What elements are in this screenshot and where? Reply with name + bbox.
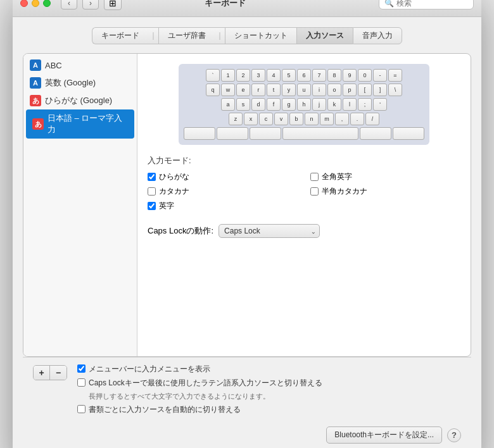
tab-sep1: ｜ [148,27,158,44]
key-backtick: ` [206,69,220,82]
checkbox-hankaku: 半角カタカナ [310,186,460,197]
key-rbracket: ] [373,84,387,96]
tab-voice-input[interactable]: 音声入力 [353,27,402,44]
caps-lock-row: Caps Lockの動作: Caps Lock 英字入力に切り替える [148,224,460,238]
source-item-nihongo[interactable]: あ 日本語 – ローマ字入力 [26,109,134,139]
key-period: . [350,113,364,125]
key-space [282,127,358,140]
checkbox-eiji-input[interactable] [148,202,156,210]
key-comma: , [335,113,349,125]
checkbox-katakana-input[interactable] [148,187,156,196]
bottom-options: メニューバーに入力メニューを表示 Caps Lockキーで最後に使用したラテン語… [77,364,461,415]
checkbox-zenkaku-input[interactable] [310,173,319,181]
source-item-hiragana[interactable]: あ ひらがな (Google) [23,92,137,109]
back-button[interactable]: ‹ [61,0,77,9]
close-button[interactable] [20,0,28,7]
key-k: k [327,98,341,111]
key-row-4 [184,127,424,140]
bluetooth-button[interactable]: Bluetoothキーボードを設定... [326,426,442,444]
source-item-eisuu[interactable]: A 英数 (Google) [23,74,137,92]
key-q: q [206,84,220,96]
source-icon-eisuu: A [30,77,41,89]
main-window: ‹ › ⊞ キーボード 🔍 キーボード ｜ ユーザ辞書 ｜ ショートカット 入力… [13,0,481,448]
key-v: v [274,113,288,125]
key-7: 7 [312,69,326,82]
window-title: キーボード [76,0,374,9]
tab-input-source[interactable]: 入力ソース [296,27,353,44]
source-icon-hira: あ [30,95,41,106]
key-8: 8 [327,69,341,82]
option-auto-switch-checkbox[interactable] [77,405,86,413]
checkbox-eiji: 英字 [148,201,298,211]
source-icon-nihon: あ [32,118,44,130]
source-icon-abc: A [30,59,41,71]
key-n: n [305,113,319,125]
checkbox-hankaku-label: 半角カタカナ [322,186,367,197]
key-minus: - [373,69,387,82]
source-item-abc[interactable]: A ABC [23,56,137,74]
key-z: z [229,113,243,125]
key-w: w [221,84,235,96]
option-menu-input-checkbox[interactable] [77,364,86,373]
checkbox-hankaku-input[interactable] [310,187,319,196]
key-u: u [297,84,311,96]
detail-panel: ` 1 2 3 4 5 6 7 8 9 0 - = [137,54,471,356]
key-1: 1 [221,69,235,82]
search-input[interactable] [396,0,468,8]
source-label-hira: ひらがな (Google) [45,95,112,106]
checkbox-grid: ひらがな 全角英字 カタカナ 半角カタカナ [148,171,460,211]
tab-keyboard[interactable]: キーボード [92,27,148,44]
tab-user-dict[interactable]: ユーザ辞書 [158,27,215,44]
key-cmd [360,127,391,140]
option-auto-switch: 書類ごとに入力ソースを自動的に切り替える [77,404,461,415]
checkbox-hiragana-input[interactable] [148,173,156,181]
key-c: c [259,113,273,125]
option-caps-lock-description: 長押しするとすべて大文字で入力できるようになります。 [89,392,461,401]
checkbox-zenkaku-label: 全角英字 [322,171,352,182]
key-6: 6 [297,69,311,82]
option-menu-input: メニューバーに入力メニューを表示 [77,364,461,375]
checkbox-eiji-label: 英字 [159,201,174,211]
minimize-button[interactable] [32,0,39,7]
key-5: 5 [282,69,296,82]
key-9: 9 [343,69,357,82]
key-semicolon: ; [358,98,372,111]
key-h: h [297,98,311,111]
key-o: o [327,84,341,96]
maximize-button[interactable] [43,0,51,7]
option-caps-lock: Caps Lockキーで最後に使用したラテン語系入力ソースと切り替える [77,378,461,389]
key-equals: = [388,69,402,82]
help-button[interactable]: ? [447,428,461,442]
option-menu-input-label: メニューバーに入力メニューを表示 [89,364,210,375]
back-icon: ‹ [68,0,70,8]
source-list: A ABC A 英数 (Google) あ ひらがな (Google) あ 日本… [23,54,137,356]
option-caps-lock-checkbox[interactable] [77,378,86,387]
tabs-bar: キーボード ｜ ユーザ辞書 ｜ ショートカット 入力ソース 音声入力 [23,27,471,44]
checkbox-hiragana-label: ひらがな [159,171,189,182]
checkbox-zenkaku: 全角英字 [310,171,460,182]
search-box: 🔍 [379,0,474,9]
key-fn [184,127,215,140]
key-opt [393,127,424,140]
option-auto-switch-label: 書類ごとに入力ソースを自動的に切り替える [89,404,241,415]
key-g: g [282,98,296,111]
add-remove-btns: + − [33,365,67,380]
bottom-bar: + − メニューバーに入力メニューを表示 Caps Lockキーで最後に使用した… [23,357,471,421]
key-row-1: q w e r t y u i o p [ ] \ [184,84,424,96]
key-y: y [282,84,296,96]
main-panel: A ABC A 英数 (Google) あ ひらがな (Google) あ 日本… [23,53,471,357]
remove-source-button[interactable]: − [50,366,66,380]
add-source-button[interactable]: + [34,366,50,380]
titlebar: ‹ › ⊞ キーボード 🔍 [13,0,481,17]
checkbox-katakana: カタカナ [148,186,298,197]
content-area: キーボード ｜ ユーザ辞書 ｜ ショートカット 入力ソース 音声入力 A ABC… [13,17,481,448]
caps-lock-select[interactable]: Caps Lock 英字入力に切り替える [218,224,320,238]
key-0: 0 [358,69,372,82]
key-b: b [289,113,303,125]
key-t: t [267,84,281,96]
tab-shortcut[interactable]: ショートカット [225,27,296,44]
input-mode-section: 入力モード: ひらがな 全角英字 カタカナ [148,155,460,211]
checkbox-katakana-label: カタカナ [159,186,189,197]
key-backslash: \ [388,84,402,96]
key-quote: ' [373,98,387,111]
